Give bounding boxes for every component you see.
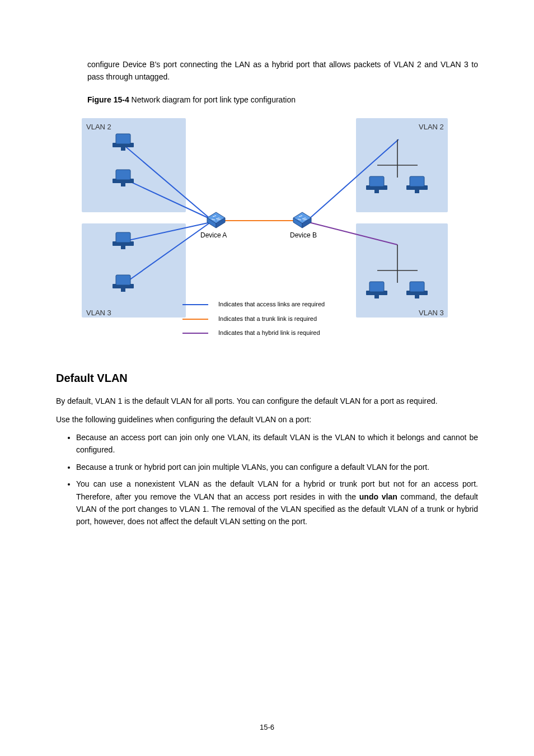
svg-rect-26 bbox=[369, 176, 384, 186]
vlan-label-top-right: VLAN 2 bbox=[419, 122, 444, 133]
default-vlan-para1: By default, VLAN 1 is the default VLAN f… bbox=[56, 395, 478, 407]
network-diagram: VLAN 2 VLAN 3 VLAN 2 VLAN 3 Device A Dev… bbox=[82, 111, 449, 347]
guidelines-list: Because an access port can join only one… bbox=[56, 431, 478, 528]
legend-text-trunk: Indicates that a trunk link is required bbox=[218, 314, 317, 324]
switch-icon-a bbox=[207, 212, 225, 228]
svg-rect-32 bbox=[369, 282, 384, 292]
device-a-label: Device A bbox=[200, 230, 227, 241]
diagram-legend: Indicates that access links are required… bbox=[182, 300, 325, 343]
svg-rect-30 bbox=[415, 190, 419, 193]
vlan-label-top-left: VLAN 2 bbox=[86, 122, 111, 133]
legend-row-access: Indicates that access links are required bbox=[182, 300, 325, 310]
svg-line-9 bbox=[309, 222, 397, 245]
device-b-label: Device B bbox=[290, 230, 317, 241]
svg-rect-33 bbox=[374, 295, 379, 298]
svg-line-1 bbox=[124, 179, 210, 219]
legend-swatch-blue bbox=[182, 304, 208, 305]
legend-row-trunk: Indicates that a trunk link is required bbox=[182, 314, 325, 324]
switch-icon-b bbox=[293, 212, 311, 228]
intro-paragraph: configure Device B's port connecting the… bbox=[87, 58, 478, 83]
legend-swatch-purple bbox=[182, 333, 208, 334]
page-number: 15-6 bbox=[0, 722, 534, 734]
bullet3-command: undo vlan bbox=[359, 492, 397, 501]
legend-row-hybrid: Indicates that a hybrid link is required bbox=[182, 328, 325, 338]
svg-line-0 bbox=[124, 145, 210, 219]
svg-rect-27 bbox=[374, 190, 379, 193]
svg-rect-20 bbox=[116, 232, 130, 242]
figure-number: Figure 15-4 bbox=[87, 95, 129, 104]
legend-swatch-orange bbox=[182, 319, 208, 320]
svg-rect-36 bbox=[415, 295, 419, 298]
list-item: You can use a nonexistent VLAN as the de… bbox=[76, 478, 478, 528]
figure-caption-row: Figure 15-4 Network diagram for port lin… bbox=[87, 94, 478, 106]
svg-rect-35 bbox=[410, 282, 424, 292]
vlan-label-bottom-left: VLAN 3 bbox=[86, 307, 111, 319]
legend-text-hybrid: Indicates that a hybrid link is required bbox=[218, 328, 320, 338]
legend-text-access: Indicates that access links are required bbox=[218, 300, 325, 310]
list-item: Because an access port can join only one… bbox=[76, 431, 478, 456]
svg-rect-29 bbox=[410, 176, 424, 186]
default-vlan-para2: Use the following guidelines when config… bbox=[56, 413, 478, 426]
svg-rect-17 bbox=[116, 170, 130, 180]
list-item: Because a trunk or hybrid port can join … bbox=[76, 461, 478, 473]
svg-rect-23 bbox=[116, 275, 130, 285]
svg-rect-21 bbox=[121, 246, 125, 249]
svg-rect-18 bbox=[121, 183, 125, 186]
svg-rect-14 bbox=[116, 134, 130, 144]
figure-caption: Network diagram for port link type confi… bbox=[132, 95, 296, 104]
svg-line-5 bbox=[309, 139, 399, 219]
page: configure Device B's port connecting the… bbox=[0, 0, 534, 756]
vlan-label-bottom-right: VLAN 3 bbox=[419, 307, 444, 319]
svg-rect-24 bbox=[121, 288, 125, 292]
svg-rect-15 bbox=[121, 147, 125, 151]
section-heading: Default VLAN bbox=[56, 369, 478, 387]
